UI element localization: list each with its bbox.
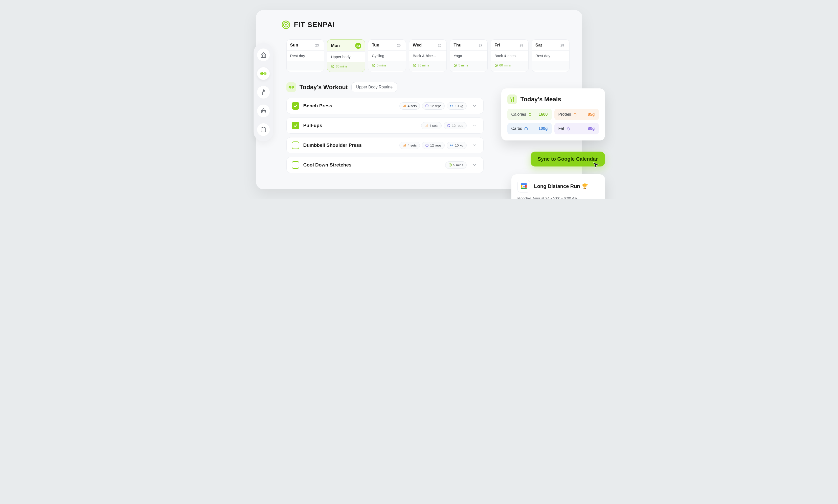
day-name: Tue (372, 43, 379, 48)
google-calendar-icon: 31 (518, 180, 530, 193)
day-card-thu[interactable]: Thu27 Yoga 5 mins (450, 39, 488, 72)
fork-knife-icon (507, 94, 517, 104)
svg-rect-22 (293, 86, 294, 88)
target-icon (281, 20, 291, 29)
exercise-row[interactable]: Cool Down Stretches 5 mins (286, 157, 484, 173)
day-date: 24 (355, 43, 361, 49)
day-activity: Back & chest (491, 50, 528, 61)
event-title: Long Distance Run 🏆 (534, 183, 588, 189)
day-duration: 5 mins (368, 61, 406, 71)
calendar-icon (260, 127, 266, 133)
svg-rect-19 (289, 86, 290, 88)
bread-icon (524, 127, 528, 131)
bars-icon (403, 144, 406, 147)
exercise-checkbox[interactable] (292, 102, 299, 110)
macro-label: Fat (558, 126, 564, 131)
svg-rect-6 (265, 73, 266, 74)
exercise-name: Bench Press (303, 103, 396, 109)
reps-chip: 12 reps (422, 142, 445, 149)
macro-value: 85g (588, 112, 595, 117)
routine-chip[interactable]: Upper Body Routine (351, 82, 397, 92)
clock-icon (494, 64, 498, 67)
exercise-checkbox[interactable] (292, 161, 299, 169)
dumbbell-icon (286, 82, 296, 92)
sidebar-item-shopping[interactable] (257, 105, 270, 117)
day-name: Sat (536, 43, 542, 48)
exercise-row[interactable]: Bench Press 4 sets 12 reps 10 kg (286, 98, 484, 114)
day-duration (532, 61, 569, 71)
exercise-checkbox[interactable] (292, 142, 299, 149)
exercise-row[interactable]: Dumbbell Shoulder Press 4 sets 12 reps 1… (286, 137, 484, 154)
day-name: Fri (494, 43, 500, 48)
exercise-name: Pull-ups (303, 123, 417, 128)
sidebar-item-calendar[interactable] (257, 123, 270, 136)
macro-value: 1600 (539, 112, 548, 117)
meals-title: Today's Meals (521, 96, 561, 103)
svg-rect-24 (451, 105, 451, 106)
day-activity: Back & bice... (409, 50, 447, 61)
flame-icon (528, 112, 532, 116)
day-date: 26 (436, 43, 443, 48)
repeat-icon (447, 124, 451, 127)
weight-chip: 10 kg (447, 142, 466, 149)
day-card-sun[interactable]: Sun23 Rest day (286, 39, 324, 72)
basket-icon (260, 108, 266, 114)
day-activity: Rest day (532, 50, 569, 61)
day-card-sat[interactable]: Sat29 Rest day (531, 39, 570, 72)
chevron-down-icon[interactable] (471, 143, 478, 147)
sets-chip: 4 sets (399, 102, 420, 110)
day-duration: 5 mins (450, 61, 487, 71)
exercise-name: Cool Down Stretches (303, 162, 441, 168)
day-card-wed[interactable]: Wed26 Back & bice... 35 mins (409, 39, 447, 72)
brand-name: FIT SENPAI (294, 21, 335, 29)
day-name: Thu (454, 43, 461, 48)
svg-rect-34 (521, 188, 527, 189)
day-date: 25 (395, 43, 402, 48)
svg-rect-33 (521, 183, 527, 185)
meals-panel: Today's Meals Calories 1600 Protein 85g … (501, 88, 605, 141)
weight-chip: 10 kg (447, 102, 466, 110)
dumbbell-small-icon (450, 104, 454, 108)
exercise-name: Dumbbell Shoulder Press (303, 143, 396, 148)
chevron-down-icon[interactable] (471, 163, 478, 167)
macro-label: Protein (558, 112, 571, 117)
macro-value: 100g (538, 126, 547, 131)
clock-icon (372, 64, 376, 67)
day-card-fri[interactable]: Fri28 Back & chest 60 mins (491, 39, 528, 72)
sidebar-item-workouts[interactable] (257, 67, 270, 80)
day-activity: Yoga (450, 50, 487, 61)
droplet-icon (566, 127, 570, 131)
sync-calendar-button[interactable]: Sync to Google Calendar (530, 151, 605, 166)
brand-logo: FIT SENPAI (281, 20, 570, 29)
sets-chip: 4 sets (399, 142, 420, 149)
sidebar-item-meals[interactable] (257, 86, 270, 98)
chevron-down-icon[interactable] (471, 123, 478, 128)
fork-knife-icon (260, 89, 266, 95)
event-datetime: Monday, August 24 • 5:00 - 6:00 AM (518, 196, 599, 199)
svg-point-2 (285, 24, 287, 25)
week-row: Sun23 Rest day Mon24 Upper body 35 mins … (286, 39, 570, 72)
exercise-row[interactable]: Pull-ups 4 sets 12 reps (286, 118, 484, 134)
reps-chip: 12 reps (444, 122, 466, 129)
macro-carbs: Carbs 100g (507, 123, 552, 134)
repeat-icon (425, 104, 429, 108)
day-name: Mon (331, 43, 340, 48)
day-name: Sun (290, 43, 298, 48)
chevron-down-icon[interactable] (471, 104, 478, 108)
svg-rect-35 (521, 185, 522, 187)
repeat-icon (425, 144, 429, 147)
svg-rect-36 (525, 185, 527, 187)
sidebar-item-home[interactable] (257, 49, 270, 61)
clock-icon (413, 64, 416, 67)
trophy-icon: 🏆 (582, 183, 588, 189)
bars-icon (424, 124, 428, 127)
svg-rect-3 (261, 73, 261, 74)
day-card-tue[interactable]: Tue25 Cycling 5 mins (368, 39, 406, 72)
day-card-mon[interactable]: Mon24 Upper body 35 mins (327, 39, 365, 72)
exercise-checkbox[interactable] (292, 122, 299, 129)
droplet-icon (573, 112, 577, 116)
svg-rect-25 (453, 105, 453, 106)
macro-fat: Fat 80g (554, 123, 599, 134)
macro-calories: Calories 1600 (507, 109, 552, 120)
svg-rect-10 (261, 128, 266, 132)
